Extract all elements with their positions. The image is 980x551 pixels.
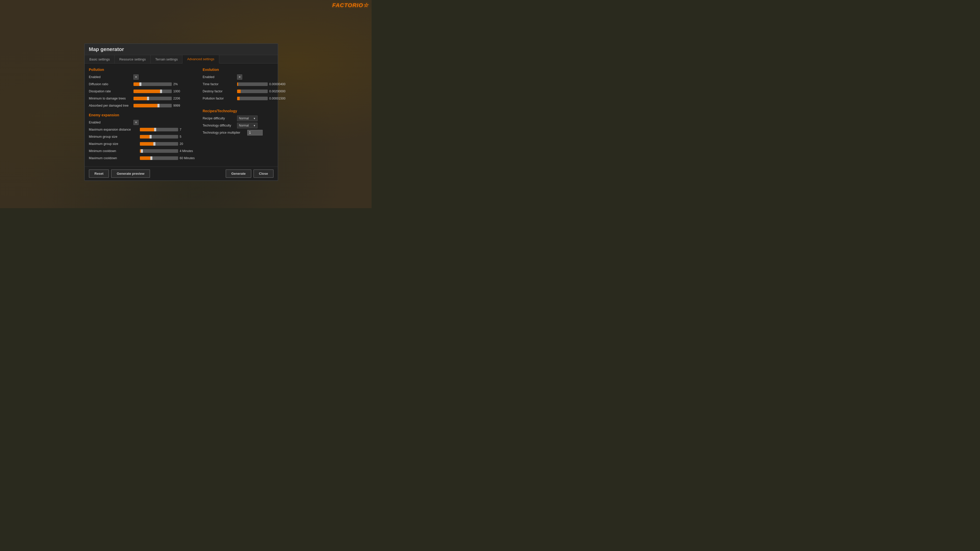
diffusion-ratio-value: 2% (173, 83, 191, 86)
destroy-factor-track[interactable] (237, 89, 268, 93)
time-factor-fill (237, 83, 238, 86)
min-damage-trees-slider-container: 2206 (134, 97, 191, 100)
footer-left-buttons: Reset Generate preview (89, 169, 150, 178)
max-expansion-slider-container: 7 (140, 128, 197, 131)
absorbed-per-tree-fill (134, 104, 159, 107)
destroy-factor-label: Destroy factor (203, 89, 237, 93)
pollution-enabled-label: Enabled (89, 75, 134, 79)
max-expansion-track[interactable] (140, 128, 178, 131)
dissipation-rate-fill (134, 89, 161, 93)
min-group-size-value: 5 (180, 135, 197, 138)
min-group-size-thumb (150, 135, 151, 138)
technology-difficulty-value: Normal (239, 124, 249, 127)
tab-advanced[interactable]: Advanced settings (183, 55, 219, 64)
technology-difficulty-arrow: ▼ (253, 124, 256, 127)
min-damage-trees-track[interactable] (134, 97, 172, 100)
recipe-difficulty-value: Normal (239, 117, 249, 120)
recipe-difficulty-label: Recipe difficulty (203, 117, 237, 120)
max-expansion-thumb (154, 128, 156, 131)
max-cooldown-fill (140, 156, 151, 160)
dissipation-rate-label: Dissipation rate (89, 89, 134, 93)
right-column: Evolution Enabled ✕ Time factor 0.000004… (203, 68, 287, 162)
enemy-enabled-checkbox[interactable]: ✕ (134, 120, 138, 125)
min-cooldown-value: 4 Minutes (180, 149, 197, 153)
tab-resource[interactable]: Resource settings (115, 55, 151, 63)
recipe-difficulty-arrow: ▼ (253, 117, 256, 120)
max-group-size-thumb (153, 142, 156, 146)
tech-price-label: Technology price multiplier (203, 131, 247, 135)
min-cooldown-track[interactable] (140, 149, 178, 153)
min-group-size-slider-container: 5 (140, 135, 197, 138)
min-group-size-track[interactable] (140, 135, 178, 138)
tabs-bar: Basic settings Resource settings Terrain… (85, 55, 278, 64)
diffusion-ratio-label: Diffusion ratio (89, 83, 134, 86)
enemy-enabled-label: Enabled (89, 121, 134, 124)
dissipation-rate-value: 1000 (173, 89, 191, 93)
pollution-factor-label: Pollution factor (203, 97, 237, 100)
max-group-size-value: 20 (180, 142, 197, 146)
max-expansion-label: Maximum expansion distance (89, 128, 140, 131)
dialog-titlebar: Map generator (85, 44, 278, 55)
max-cooldown-slider-container: 60 Minutes (140, 156, 197, 160)
diffusion-ratio-track[interactable] (134, 83, 172, 86)
max-group-size-slider-container: 20 (140, 142, 197, 146)
dialog-footer: Reset Generate preview Generate Close (85, 167, 278, 180)
pollution-enabled-row: Enabled ✕ (89, 74, 197, 80)
factorio-logo: FACTORIO☆ (332, 2, 369, 9)
generate-button[interactable]: Generate (226, 169, 251, 178)
generate-preview-button[interactable]: Generate preview (111, 169, 150, 178)
recipe-difficulty-dropdown[interactable]: Normal ▼ (237, 116, 258, 121)
pollution-factor-track[interactable] (237, 97, 268, 100)
technology-difficulty-dropdown[interactable]: Normal ▼ (237, 123, 258, 128)
min-damage-trees-thumb (147, 97, 149, 100)
pollution-factor-row: Pollution factor 0.00001500 (203, 96, 287, 101)
max-group-size-row: Maximum group size 20 (89, 141, 197, 147)
diffusion-ratio-row: Diffusion ratio 2% (89, 81, 197, 87)
enemy-expansion-section-title: Enemy expansion (89, 113, 197, 117)
dissipation-rate-thumb (160, 89, 162, 93)
time-factor-track[interactable] (237, 83, 268, 86)
reset-button[interactable]: Reset (89, 169, 109, 178)
time-factor-row: Time factor 0.00000400 (203, 81, 287, 87)
pollution-enabled-checkbox[interactable]: ✕ (134, 75, 138, 79)
destroy-factor-row: Destroy factor 0.00200000 (203, 89, 287, 94)
recipes-section-title: Recipes/Technology (203, 109, 287, 113)
destroy-factor-slider-container: 0.00200000 (237, 89, 287, 93)
max-group-size-track[interactable] (140, 142, 178, 146)
destroy-factor-fill (237, 89, 241, 93)
recipe-difficulty-row: Recipe difficulty Normal ▼ (203, 116, 287, 121)
pollution-factor-fill (237, 97, 240, 100)
absorbed-per-tree-label: Absorbed per damaged tree (89, 104, 134, 107)
min-damage-trees-label: Minimum to damage trees (89, 97, 134, 100)
max-cooldown-track[interactable] (140, 156, 178, 160)
left-column: Pollution Enabled ✕ Diffusion ratio 2% D (89, 68, 197, 162)
min-cooldown-thumb (141, 149, 143, 153)
max-group-size-label: Maximum group size (89, 142, 140, 146)
pollution-factor-slider-container: 0.00001500 (237, 97, 287, 100)
max-expansion-row: Maximum expansion distance 7 (89, 127, 197, 132)
min-cooldown-slider-container: 4 Minutes (140, 149, 197, 153)
min-cooldown-label: Minimum cooldown (89, 149, 140, 153)
technology-difficulty-row: Technology difficulty Normal ▼ (203, 123, 287, 128)
absorbed-per-tree-value: 9999 (173, 104, 191, 107)
evolution-enabled-checkbox[interactable]: ✕ (237, 75, 242, 79)
absorbed-per-tree-thumb (158, 104, 159, 107)
pollution-section-title: Pollution (89, 68, 197, 72)
dialog-body: Pollution Enabled ✕ Diffusion ratio 2% D (85, 64, 278, 167)
enemy-enabled-row: Enabled ✕ (89, 120, 197, 125)
tab-terrain[interactable]: Terrain settings (151, 55, 183, 63)
absorbed-per-tree-track[interactable] (134, 104, 172, 107)
min-damage-trees-value: 2206 (173, 97, 191, 100)
diffusion-ratio-slider-container: 2% (134, 83, 191, 86)
tab-basic[interactable]: Basic settings (85, 55, 115, 63)
dissipation-rate-track[interactable] (134, 89, 172, 93)
technology-difficulty-label: Technology difficulty (203, 124, 237, 127)
min-damage-trees-fill (134, 97, 148, 100)
time-factor-slider-container: 0.00000400 (237, 83, 287, 86)
dissipation-rate-slider-container: 1000 (134, 89, 191, 93)
close-button[interactable]: Close (253, 169, 274, 178)
tech-price-input[interactable] (247, 130, 262, 135)
max-expansion-value: 7 (180, 128, 197, 131)
map-generator-dialog: Map generator Basic settings Resource se… (84, 43, 278, 181)
min-damage-trees-row: Minimum to damage trees 2206 (89, 96, 197, 101)
